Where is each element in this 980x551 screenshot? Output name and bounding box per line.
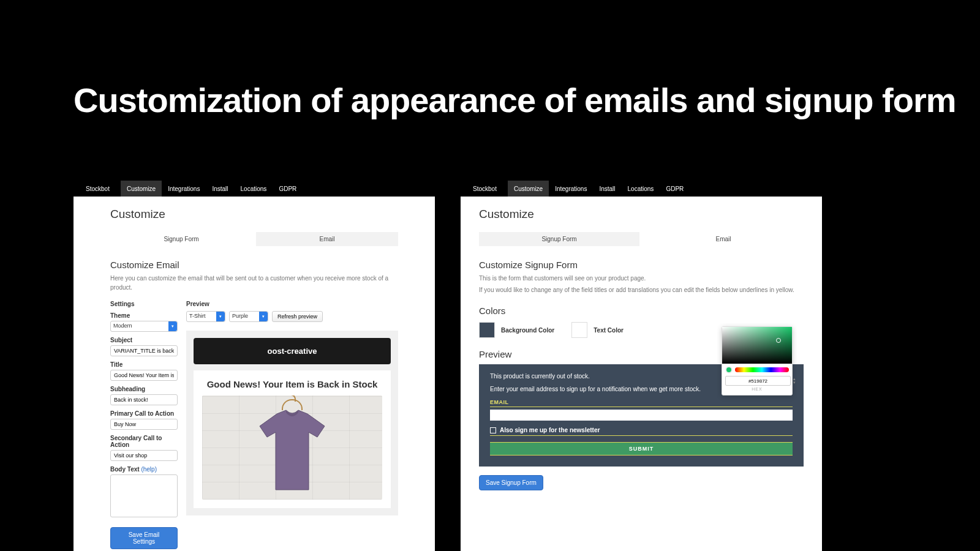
preview-email-input[interactable] xyxy=(490,410,793,421)
bg-color-swatch[interactable] xyxy=(479,322,495,338)
preview-variant-select[interactable]: Purple▾ xyxy=(229,311,268,322)
email-preview: oost-creative Good News! Your Item is Ba… xyxy=(186,331,398,515)
page-title: Customize xyxy=(110,208,398,221)
theme-select[interactable]: Modern▾ xyxy=(110,321,178,332)
section-title: Customize Email xyxy=(110,260,398,270)
navbar: Stockbot Customize Integrations Install … xyxy=(461,181,822,197)
subheading-label: Subheading xyxy=(110,386,178,392)
refresh-preview-button[interactable]: Refresh preview xyxy=(272,311,323,322)
nav-brand[interactable]: Stockbot xyxy=(467,181,503,197)
nav-integrations[interactable]: Integrations xyxy=(549,181,593,197)
email-customize-panel: Stockbot Customize Integrations Install … xyxy=(74,181,435,551)
chevron-down-icon: ▾ xyxy=(216,312,225,321)
tab-signup-form[interactable]: Signup Form xyxy=(110,232,252,246)
section-title: Customize Signup Form xyxy=(479,260,804,270)
preview-submit-button[interactable]: SUBMIT xyxy=(490,442,793,455)
preview-email-label[interactable]: EMAIL xyxy=(490,399,793,407)
preview-newsletter-checkbox[interactable] xyxy=(490,427,496,433)
theme-label: Theme xyxy=(110,312,178,319)
preview-product-select[interactable]: T-Shirt▾ xyxy=(186,311,225,322)
text-color-swatch[interactable] xyxy=(571,322,587,338)
color-picker-hex-label: HEX xyxy=(722,387,792,391)
product-image xyxy=(202,395,382,500)
section-intro-1: This is the form that customers will see… xyxy=(479,274,804,283)
color-picker-stepper[interactable]: ▴▾ xyxy=(793,377,796,384)
section-intro-2: If you would like to change any of the f… xyxy=(479,285,804,294)
secondary-cta-label: Secondary Call to Action xyxy=(110,435,178,448)
section-intro: Here you can customize the email that wi… xyxy=(110,274,398,292)
save-email-button[interactable]: Save Email Settings xyxy=(110,527,178,549)
body-text-label: Body Text (help) xyxy=(110,466,178,473)
color-picker-hex-input[interactable] xyxy=(725,376,791,386)
subheading-input[interactable] xyxy=(110,394,178,405)
nav-install[interactable]: Install xyxy=(206,181,234,197)
nav-install[interactable]: Install xyxy=(593,181,621,197)
navbar: Stockbot Customize Integrations Install … xyxy=(74,181,435,197)
nav-customize[interactable]: Customize xyxy=(508,181,549,197)
text-color-label: Text Color xyxy=(594,327,624,334)
chevron-down-icon: ▾ xyxy=(168,321,177,331)
tshirt-icon xyxy=(252,409,332,495)
primary-cta-label: Primary Call to Action xyxy=(110,410,178,417)
color-picker-hue-dot[interactable] xyxy=(725,366,733,373)
secondary-cta-input[interactable] xyxy=(110,450,178,461)
primary-cta-input[interactable] xyxy=(110,419,178,430)
settings-heading: Settings xyxy=(110,301,178,307)
colors-heading: Colors xyxy=(479,305,804,316)
slide-title: Customization of appearance of emails an… xyxy=(74,80,956,121)
subject-label: Subject xyxy=(110,337,178,343)
color-picker-cursor[interactable] xyxy=(776,338,781,343)
color-picker-hue-slider[interactable] xyxy=(735,367,789,372)
tab-email[interactable]: Email xyxy=(256,232,398,246)
chevron-down-icon: ▾ xyxy=(259,312,268,321)
body-text-input[interactable] xyxy=(110,474,178,517)
color-picker[interactable]: ▴▾ HEX xyxy=(722,326,793,395)
page-title: Customize xyxy=(479,208,804,221)
nav-integrations[interactable]: Integrations xyxy=(162,181,206,197)
email-preview-headline: Good News! Your Item is Back in Stock xyxy=(202,379,382,389)
preview-newsletter-label[interactable]: Also sign me up for the newsletter xyxy=(500,427,600,433)
signup-customize-panel: Stockbot Customize Integrations Install … xyxy=(461,181,822,551)
nav-locations[interactable]: Locations xyxy=(622,181,660,197)
tab-signup-form[interactable]: Signup Form xyxy=(479,232,639,246)
subject-input[interactable] xyxy=(110,345,178,356)
nav-gdpr[interactable]: GDPR xyxy=(660,181,690,197)
bg-color-label: Background Color xyxy=(501,327,554,334)
preview-heading: Preview xyxy=(186,301,398,307)
color-picker-gradient[interactable] xyxy=(722,327,792,364)
email-preview-brand: oost-creative xyxy=(194,338,391,364)
nav-gdpr[interactable]: GDPR xyxy=(273,181,303,197)
title-label: Title xyxy=(110,361,178,368)
tab-email[interactable]: Email xyxy=(643,232,804,246)
nav-locations[interactable]: Locations xyxy=(235,181,273,197)
nav-customize[interactable]: Customize xyxy=(121,181,162,197)
title-input[interactable] xyxy=(110,370,178,381)
save-signup-button[interactable]: Save Signup Form xyxy=(479,475,543,490)
nav-brand[interactable]: Stockbot xyxy=(80,181,116,197)
help-link[interactable]: (help) xyxy=(141,466,157,473)
